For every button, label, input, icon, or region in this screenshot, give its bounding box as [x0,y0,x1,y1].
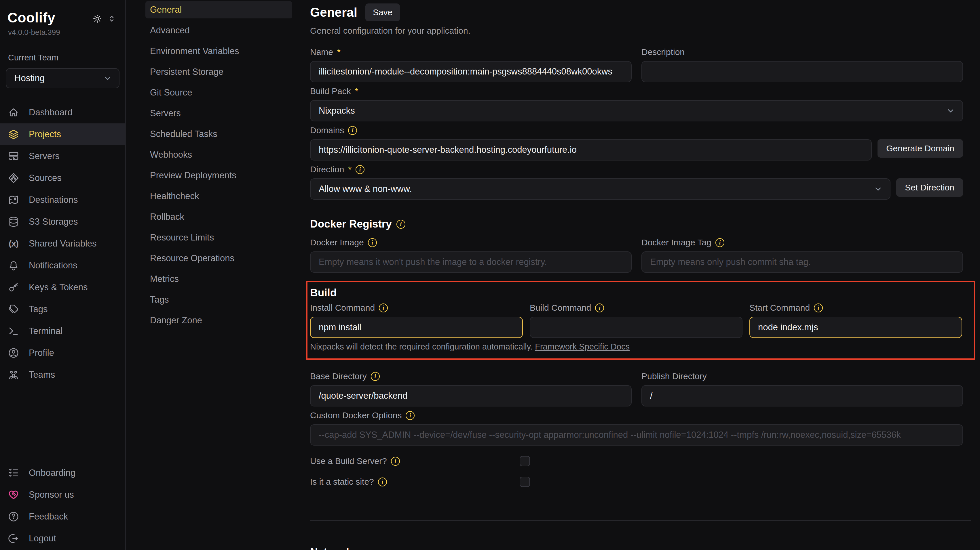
sidebar-item-feedback[interactable]: Feedback [0,506,125,528]
menu-item-danger-zone[interactable]: Danger Zone [145,312,292,329]
sidebar-item-keys-tokens[interactable]: Keys & Tokens [0,276,125,298]
sidebar-item-terminal[interactable]: Terminal [0,320,125,342]
sidebar-item-label: Sponsor us [29,490,74,500]
required-marker [355,86,358,96]
sidebar-item-label: Logout [29,533,56,544]
start-command-field-group: Start Command [749,303,962,338]
sidebar-item-shared-variables[interactable]: (x) Shared Variables [0,233,125,255]
info-icon[interactable] [379,303,388,312]
sidebar-item-label: Terminal [29,326,62,336]
name-field-group: Name [310,47,632,82]
build-command-field-group: Build Command [530,303,743,338]
team-select[interactable]: Hosting [6,68,119,88]
build-pack-select[interactable]: Nixpacks [310,100,963,121]
heart-handshake-icon [8,489,19,501]
docker-image-input[interactable] [310,251,632,273]
sidebar-item-onboarding[interactable]: Onboarding [0,462,125,484]
sidebar-item-projects[interactable]: Projects [0,124,125,145]
chevron-down-icon [946,106,956,116]
info-icon[interactable] [406,411,415,420]
theme-toggle-sun-icon[interactable] [92,14,102,24]
app-version: v4.0.0-beta.399 [0,25,125,37]
info-icon[interactable] [814,303,823,312]
build-pack-label: Build Pack [310,86,351,96]
menu-item-resource-operations[interactable]: Resource Operations [145,250,292,267]
menu-item-scheduled-tasks[interactable]: Scheduled Tasks [145,125,292,143]
build-section-annotation: Build Install Command Build Command Star… [306,281,975,360]
sidebar-item-label: Onboarding [29,468,75,478]
menu-item-webhooks[interactable]: Webhooks [145,146,292,163]
menu-item-environment-variables[interactable]: Environment Variables [145,43,292,60]
build-server-checkbox[interactable] [520,456,530,466]
settings-menu: General Advanced Environment Variables P… [145,1,292,333]
build-command-input[interactable] [530,317,743,338]
description-label: Description [641,47,685,57]
logout-icon [8,533,19,545]
menu-item-resource-limits[interactable]: Resource Limits [145,229,292,246]
generate-domain-button[interactable]: Generate Domain [878,139,963,158]
sidebar-item-sponsor-us[interactable]: Sponsor us [0,484,125,506]
info-icon[interactable] [378,477,387,487]
framework-docs-link[interactable]: Framework Specific Docs [535,342,630,351]
sidebar-item-servers[interactable]: Servers [0,145,125,167]
section-divider [310,520,971,521]
custom-docker-options-input[interactable] [310,424,963,445]
menu-item-rollback[interactable]: Rollback [145,208,292,225]
install-command-input[interactable] [310,317,523,338]
description-field-group: Description [641,47,963,82]
sidebar-item-label: Destinations [29,195,78,205]
publish-directory-input[interactable] [641,385,963,406]
sidebar-item-label: S3 Storages [29,217,78,227]
team-select-value: Hosting [14,73,45,83]
docker-image-label: Docker Image [310,238,364,247]
home-icon [8,106,19,119]
sidebar-item-s3-storages[interactable]: S3 Storages [0,211,125,233]
domains-input[interactable] [310,139,872,160]
info-icon[interactable] [356,165,364,174]
variables-icon: (x) [8,239,19,249]
info-icon[interactable] [595,303,604,312]
sidebar-footer: Onboarding Sponsor us Feedback Logout [0,462,125,550]
static-site-toggle-row: Is it a static site? [310,474,963,490]
sidebar-item-notifications[interactable]: Notifications [0,255,125,276]
description-input[interactable] [641,61,963,82]
docker-image-field-group: Docker Image [310,238,632,273]
direction-select[interactable]: Allow www & non-www. [310,178,891,200]
menu-item-general[interactable]: General [145,1,292,18]
set-direction-button[interactable]: Set Direction [896,178,963,197]
save-button[interactable]: Save [365,3,400,21]
name-input[interactable] [310,61,632,82]
menu-item-healthcheck[interactable]: Healthcheck [145,187,292,205]
sidebar-item-label: Teams [29,369,55,380]
sidebar-item-sources[interactable]: Sources [0,167,125,189]
menu-item-git-source[interactable]: Git Source [145,84,292,101]
info-icon[interactable] [368,238,377,247]
sidebar-item-tags[interactable]: Tags [0,298,125,320]
menu-item-metrics[interactable]: Metrics [145,270,292,288]
base-directory-input[interactable] [310,385,632,406]
menu-item-advanced[interactable]: Advanced [145,22,292,39]
sidebar-collapse-icon[interactable] [107,14,116,24]
page-subtitle: General configuration for your applicati… [310,26,963,36]
docker-registry-heading: Docker Registry [310,218,392,230]
menu-item-preview-deployments[interactable]: Preview Deployments [145,167,292,184]
menu-item-tags[interactable]: Tags [145,291,292,308]
docker-image-tag-input[interactable] [641,251,963,273]
help-circle-icon [8,510,19,523]
info-icon[interactable] [391,457,400,466]
start-command-input[interactable] [749,317,962,338]
menu-item-servers[interactable]: Servers [145,105,292,122]
sidebar-item-teams[interactable]: Teams [0,364,125,386]
info-icon[interactable] [396,220,406,229]
info-icon[interactable] [371,372,380,381]
users-icon [8,369,19,381]
menu-item-persistent-storage[interactable]: Persistent Storage [145,63,292,81]
info-icon[interactable] [716,238,724,247]
sidebar-item-profile[interactable]: Profile [0,342,125,364]
info-icon[interactable] [348,126,357,135]
sidebar-item-destinations[interactable]: Destinations [0,189,125,211]
sidebar-item-dashboard[interactable]: Dashboard [0,101,125,124]
static-site-checkbox[interactable] [520,477,530,487]
layers-icon [8,128,19,140]
sidebar-item-logout[interactable]: Logout [0,528,125,549]
